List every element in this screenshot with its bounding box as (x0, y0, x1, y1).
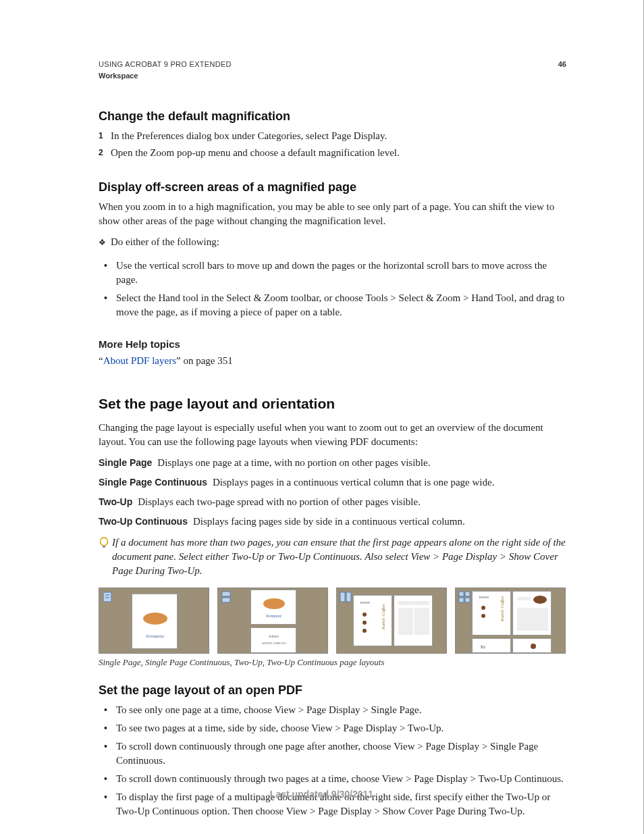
heading-change-magnification: Change the default magnification (99, 108, 566, 125)
svg-rect-7 (222, 592, 230, 596)
def-term: Single Page (99, 457, 152, 468)
more-help-line: “About PDF layers” on page 351 (99, 354, 566, 368)
list-item: •To see two pages at a time, side by sid… (104, 721, 566, 735)
list-item: •To scroll down continuously through one… (104, 739, 566, 768)
svg-point-18 (363, 629, 367, 633)
svg-rect-2 (103, 592, 111, 602)
svg-point-9 (263, 598, 285, 609)
layout-thumbnails: Kompany Kompany KISSUKOFFEE COMPANY (99, 588, 566, 654)
more-help-heading: More Help topics (99, 337, 566, 351)
option-text: To see only one page at a time, choose V… (116, 703, 566, 717)
svg-point-29 (481, 614, 485, 618)
def-term: Single Page Continuous (99, 477, 207, 488)
svg-rect-32 (517, 597, 531, 600)
option-text: To scroll down continuously through one … (116, 739, 566, 768)
help-link[interactable]: About PDF layers (103, 355, 176, 366)
svg-point-31 (533, 596, 547, 604)
lightbulb-icon (99, 536, 112, 554)
svg-rect-23 (459, 592, 464, 596)
help-link-suffix: ” on page 351 (176, 355, 233, 366)
option-text: To see two pages at a time, side by side… (116, 721, 566, 735)
svg-rect-26 (465, 598, 470, 602)
def-term: Two-Up Continuous (99, 516, 188, 527)
svg-text:KISSU: KISSU (360, 601, 371, 604)
page-number: 46 (558, 59, 566, 70)
svg-text:KISSU: KISSU (479, 596, 489, 599)
options-list: •Use the vertical scroll bars to move up… (99, 259, 566, 319)
two-up-icon (340, 591, 352, 603)
svg-point-35 (531, 644, 536, 649)
intro-paragraph: When you zoom in to a high magnification… (99, 200, 566, 228)
svg-point-0 (101, 538, 108, 546)
lead-text: Do either of the following: (111, 235, 566, 249)
page: USING ACROBAT 9 PRO EXTENDED Workspace 4… (0, 0, 644, 834)
lead-item: ❖Do either of the following: (99, 235, 566, 249)
more-help-block: More Help topics “About PDF layers” on p… (99, 337, 566, 368)
quote-open: “ (99, 355, 103, 366)
list-item: •Use the vertical scroll bars to move up… (104, 259, 566, 287)
definition-line: Two-Up ContinuousDisplays facing pages s… (99, 515, 566, 529)
product-name: USING ACROBAT 9 PRO EXTENDED (99, 59, 232, 70)
section-display-offscreen: Display off-screen areas of a magnified … (99, 179, 566, 319)
def-text: Displays each two-page spread with no po… (138, 496, 421, 507)
list-item: •To see only one page at a time, choose … (104, 703, 566, 717)
svg-point-5 (143, 613, 167, 625)
definition-line: Single Page ContinuousDisplays pages in … (99, 475, 566, 490)
page-header: USING ACROBAT 9 PRO EXTENDED Workspace 4… (99, 59, 566, 82)
option-text: To scroll down continuously through two … (116, 772, 566, 786)
thumbnails-caption: Single Page, Single Page Continuous, Two… (99, 656, 566, 669)
heading-set-layout-open: Set the page layout of an open PDF (99, 682, 566, 699)
section-page-layout: Set the page layout and orientation Chan… (99, 394, 566, 669)
definition-line: Two-UpDisplays each two-page spread with… (99, 495, 566, 509)
svg-text:Kompany: Kompany (266, 614, 282, 618)
lead-list: ❖Do either of the following: (99, 235, 566, 249)
svg-rect-24 (465, 592, 470, 596)
layout-options-list: •To see only one page at a time, choose … (99, 703, 566, 818)
svg-rect-33 (517, 608, 548, 631)
svg-text:KOFFEE COMPANY: KOFFEE COMPANY (262, 642, 286, 645)
header-left: USING ACROBAT 9 PRO EXTENDED Workspace (99, 59, 232, 82)
tip-block: If a document has more than two pages, y… (99, 536, 566, 578)
svg-text:Kahili Coffee: Kahili Coffee (500, 596, 505, 622)
section-name: Workspace (99, 71, 232, 81)
svg-rect-8 (222, 598, 230, 602)
thumb-two-up: KISSUKahili Coffee (336, 588, 447, 654)
svg-rect-14 (346, 592, 351, 602)
steps-list: 1In the Preferences dialog box under Cat… (99, 129, 566, 160)
svg-text:Kahili Coffee: Kahili Coffee (381, 604, 386, 630)
thumb-two-up-continuous: KISSUKahili Coffee $2 (455, 588, 566, 654)
step-item: 1In the Preferences dialog box under Cat… (99, 129, 566, 143)
two-up-continuous-icon (458, 591, 471, 603)
svg-rect-20 (398, 601, 429, 605)
list-item: •To scroll down continuously through two… (104, 772, 566, 786)
def-text: Displays facing pages side by side in a … (193, 516, 465, 527)
svg-point-28 (481, 606, 485, 610)
def-text: Displays pages in a continuous vertical … (213, 477, 494, 488)
option-text: Select the Hand tool in the Select & Zoo… (116, 291, 566, 319)
svg-text:Kompany: Kompany (146, 633, 165, 639)
heading-page-layout: Set the page layout and orientation (99, 394, 566, 413)
definition-line: Single PageDisplays one page at a time, … (99, 456, 566, 470)
def-term: Two-Up (99, 496, 132, 507)
svg-text:KISSU: KISSU (269, 635, 279, 638)
thumb-single-continuous: Kompany KISSUKOFFEE COMPANY (217, 588, 328, 654)
layout-intro: Changing the page layout is especially u… (99, 421, 566, 449)
thumb-single-page: Kompany (99, 588, 209, 654)
tip-text: If a document has more than two pages, y… (112, 536, 566, 578)
section-change-magnification: Change the default magnification 1In the… (99, 108, 566, 160)
step-text: In the Preferences dialog box under Cate… (111, 129, 566, 143)
step-text: Open the Zoom pop-up menu and choose a d… (111, 146, 566, 160)
option-text: Use the vertical scroll bars to move up … (116, 259, 566, 287)
svg-point-16 (363, 613, 367, 617)
def-text: Displays one page at a time, with no por… (157, 457, 430, 468)
footer-updated: Last updated 9/30/2011 (0, 788, 643, 802)
svg-rect-1 (103, 546, 105, 548)
step-item: 2Open the Zoom pop-up menu and choose a … (99, 146, 566, 160)
single-page-icon (102, 591, 114, 603)
single-continuous-icon (221, 591, 233, 603)
svg-rect-22 (414, 608, 429, 635)
svg-text:$2: $2 (481, 644, 486, 650)
svg-rect-21 (398, 608, 413, 635)
svg-rect-25 (459, 598, 464, 602)
list-item: •Select the Hand tool in the Select & Zo… (104, 291, 566, 319)
